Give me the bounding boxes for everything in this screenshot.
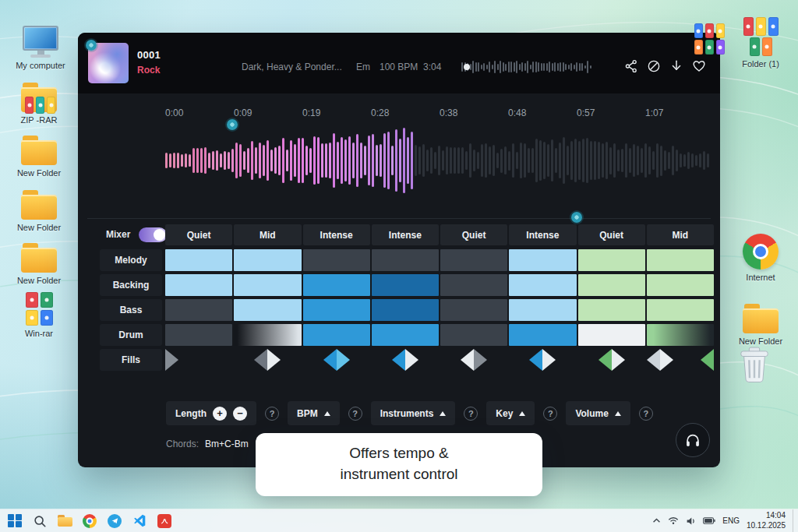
vscode-taskbar-icon[interactable] — [129, 511, 150, 531]
mixer-fills-cell[interactable] — [372, 349, 439, 371]
key-help-icon[interactable]: ? — [543, 407, 557, 421]
mixer-cell[interactable] — [578, 249, 645, 271]
playhead-marker-dot[interactable] — [227, 119, 238, 130]
volume-help-icon[interactable]: ? — [639, 407, 653, 421]
desktop-icon-internet[interactable]: Internet — [733, 232, 789, 283]
desktop-icon-new-folder-2[interactable]: New Folder — [11, 182, 67, 233]
bpm-button[interactable]: BPM — [288, 401, 340, 425]
mixer-fills-cell[interactable] — [303, 349, 370, 371]
mixer-fills-cell[interactable] — [165, 349, 232, 371]
mixer-cell[interactable] — [440, 274, 507, 296]
desktop-icon-corner-cluster[interactable] — [681, 17, 737, 55]
mixer-cell[interactable] — [303, 274, 370, 296]
reader-taskbar-icon[interactable] — [154, 511, 175, 531]
mixer-cell[interactable] — [165, 249, 232, 271]
mixer-cell[interactable] — [440, 249, 507, 271]
mixer-fills-cell[interactable] — [578, 349, 645, 371]
mixer-row-label[interactable]: Backing — [100, 274, 162, 296]
volume-icon[interactable] — [686, 516, 696, 526]
show-desktop-button[interactable] — [793, 509, 793, 532]
mixer-fills-cell[interactable] — [509, 349, 576, 371]
mixer-cell[interactable] — [578, 274, 645, 296]
desktop-icon-win-rar[interactable]: Win-rar — [11, 288, 67, 339]
length-help-icon[interactable]: ? — [265, 407, 279, 421]
mixer-cell[interactable] — [440, 299, 507, 321]
mixer-column-header[interactable]: Mid — [647, 224, 714, 245]
mixer-cell[interactable] — [165, 274, 232, 296]
mixer-column-header[interactable]: Quiet — [165, 224, 232, 245]
mixer-column-header[interactable]: Quiet — [578, 224, 645, 245]
mixer-toggle[interactable] — [139, 227, 167, 242]
length-button[interactable]: Length + − — [166, 401, 256, 425]
desktop-icon-recycle-bin[interactable] — [726, 347, 782, 385]
mixer-cell[interactable] — [509, 249, 576, 271]
desktop-icon-new-folder-1[interactable]: New Folder — [11, 128, 67, 178]
mixer-cell[interactable] — [165, 299, 232, 321]
header-mini-waveform[interactable] — [461, 58, 592, 76]
desktop-icon-new-folder-3[interactable]: New Folder — [11, 235, 67, 286]
no-copyright-icon[interactable] — [645, 58, 662, 75]
mixer-cell[interactable] — [647, 274, 714, 296]
search-taskbar-icon[interactable] — [30, 511, 50, 531]
wifi-icon[interactable] — [668, 516, 679, 525]
mixer-column-header[interactable]: Quiet — [440, 224, 507, 245]
mixer-column-header[interactable]: Intense — [372, 224, 439, 245]
length-decrease-button[interactable]: − — [233, 407, 247, 421]
tray-expand-icon[interactable] — [652, 518, 661, 523]
mixer-cell[interactable] — [234, 324, 301, 346]
volume-button[interactable]: Volume — [566, 401, 630, 425]
instruments-help-icon[interactable]: ? — [464, 407, 478, 421]
mixer-row-label[interactable]: Drum — [100, 324, 162, 346]
mixer-cell[interactable] — [647, 324, 714, 346]
mixer-row-label[interactable]: Bass — [100, 299, 162, 321]
mixer-cell[interactable] — [509, 299, 576, 321]
mixer-cell[interactable] — [372, 274, 439, 296]
mixer-cell[interactable] — [234, 249, 301, 271]
waveform[interactable] — [165, 125, 714, 196]
mixer-row-label[interactable]: Fills — [100, 349, 162, 371]
explorer-taskbar-icon[interactable] — [55, 511, 75, 531]
language-indicator[interactable]: ENG — [722, 516, 740, 525]
instruments-button[interactable]: Instruments — [371, 401, 456, 425]
mixer-cell[interactable] — [647, 299, 714, 321]
telegram-taskbar-icon[interactable] — [104, 511, 125, 531]
mixer-column-header[interactable]: Intense — [303, 224, 370, 245]
mixer-cell[interactable] — [165, 324, 232, 346]
mixer-cell[interactable] — [303, 249, 370, 271]
mixer-cell[interactable] — [509, 274, 576, 296]
mixer-cell[interactable] — [372, 324, 439, 346]
mixer-cell[interactable] — [303, 299, 370, 321]
mixer-cell[interactable] — [234, 274, 301, 296]
mixer-cell[interactable] — [372, 299, 439, 321]
mixer-cell[interactable] — [509, 324, 576, 346]
mixer-column-header[interactable]: Intense — [509, 224, 576, 245]
download-icon[interactable] — [668, 58, 685, 75]
mixer-cell[interactable] — [440, 324, 507, 346]
mixer-fills-cell[interactable] — [234, 349, 301, 371]
preview-headphones-button[interactable] — [676, 423, 710, 457]
desktop-icon-folder-1[interactable]: Folder (1) — [733, 19, 789, 69]
mixer-cell[interactable] — [372, 249, 439, 271]
mixer-column-header[interactable]: Mid — [234, 224, 301, 245]
desktop-icon-zip-rar[interactable]: ZIP -RAR — [11, 75, 67, 125]
share-icon[interactable] — [623, 58, 640, 75]
mixer-cell[interactable] — [578, 324, 645, 346]
key-button[interactable]: Key — [486, 401, 535, 425]
start-taskbar-icon[interactable] — [5, 511, 25, 531]
desktop-icon-my-computer[interactable]: My computer — [12, 20, 69, 71]
favorite-icon[interactable] — [690, 58, 708, 75]
mixer-fills-cell[interactable] — [440, 349, 507, 371]
system-tray[interactable]: ENG 14:04 10.12.2025 — [652, 509, 798, 532]
mixer-fills-cell[interactable] — [647, 349, 714, 371]
mixer-cell[interactable] — [234, 299, 301, 321]
desktop-icon-new-folder-4[interactable]: New Folder — [733, 296, 789, 347]
length-increase-button[interactable]: + — [213, 407, 227, 421]
chrome-taskbar-icon[interactable] — [79, 511, 100, 531]
mixer-cell[interactable] — [647, 249, 714, 271]
mixer-cell[interactable] — [303, 324, 370, 346]
battery-icon[interactable] — [703, 517, 715, 524]
mixer-cell[interactable] — [578, 299, 645, 321]
clock[interactable]: 14:04 10.12.2025 — [747, 511, 786, 530]
bpm-help-icon[interactable]: ? — [348, 407, 362, 421]
mixer-row-label[interactable]: Melody — [100, 249, 162, 271]
